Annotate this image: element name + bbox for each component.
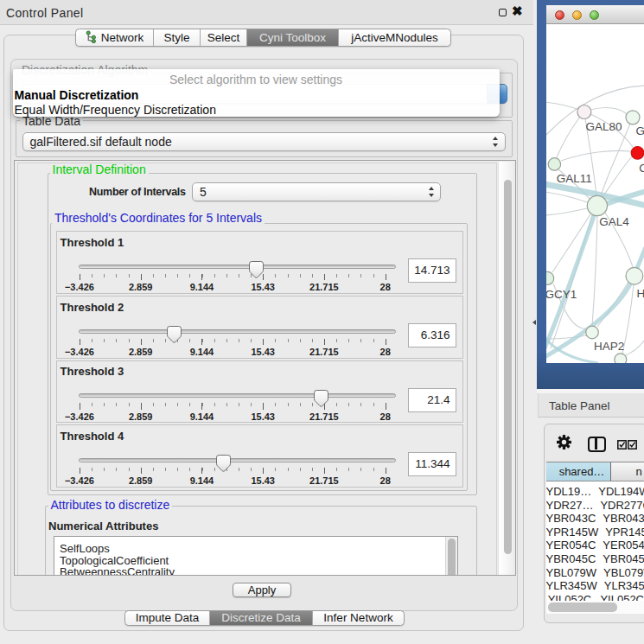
svg-text:GAL11: GAL11 <box>556 172 591 185</box>
svg-text:GA: GA <box>635 124 644 137</box>
svg-text:CR: CR <box>639 162 644 175</box>
svg-text:GAL4: GAL4 <box>599 215 629 228</box>
svg-text:GCY1: GCY1 <box>546 288 577 301</box>
svg-text:HAP2: HAP2 <box>593 340 623 353</box>
svg-text:GAL80: GAL80 <box>585 120 622 133</box>
svg-text:HS: HS <box>636 287 644 300</box>
